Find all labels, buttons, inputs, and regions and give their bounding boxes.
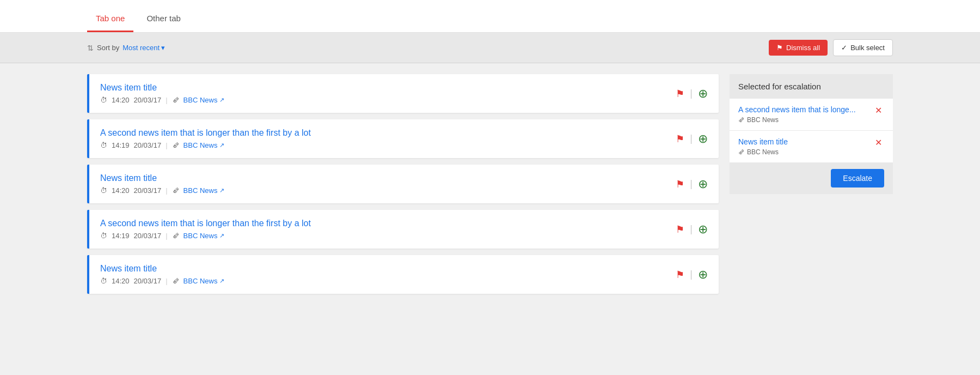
meta-separator-5: | xyxy=(166,277,167,285)
news-card-2-date: 20/03/17 xyxy=(134,141,162,149)
sort-label: Sort by xyxy=(97,44,119,52)
clock-icon: ⏱ xyxy=(100,96,107,104)
news-card-5-actions: ⚑ | ⊕ xyxy=(676,269,708,281)
news-card-4-title[interactable]: A second news item that is longer than t… xyxy=(100,219,676,228)
escalation-item-2-title[interactable]: News item title xyxy=(738,137,873,146)
action-separator-3: | xyxy=(690,178,693,190)
news-card-2-source-name: BBC News xyxy=(183,141,218,149)
bulk-select-button[interactable]: ✓ Bulk select xyxy=(833,39,893,56)
news-card-5-content: News item title ⏱ 14:20 20/03/17 | 🗞 BBC… xyxy=(100,264,676,285)
news-card-3-flag-button[interactable]: ⚑ xyxy=(676,178,684,190)
escalation-item-1: A second news item that is longe... 🗞 BB… xyxy=(730,99,893,130)
news-card-5-title[interactable]: News item title xyxy=(100,264,676,274)
news-card-4-flag-button[interactable]: ⚑ xyxy=(676,223,684,235)
flag-icon: ⚑ xyxy=(776,44,783,52)
meta-separator-2: | xyxy=(166,141,167,149)
news-card-2-meta: ⏱ 14:19 20/03/17 | 🗞 BBC News ↗ xyxy=(100,141,676,149)
external-link-icon-2: ↗ xyxy=(219,142,224,149)
news-card-2: A second news item that is longer than t… xyxy=(87,119,719,158)
meta-separator: | xyxy=(166,96,167,104)
escalation-item-1-source-name: BBC News xyxy=(747,116,779,124)
escalation-items: A second news item that is longe... 🗞 BB… xyxy=(730,99,893,162)
toolbar: ⇅ Sort by Most recent ▾ ⚑ Dismiss all ✓ … xyxy=(0,33,980,63)
news-card-1-flag-button[interactable]: ⚑ xyxy=(676,88,684,100)
escalation-item-1-content: A second news item that is longe... 🗞 BB… xyxy=(738,105,873,124)
escalation-item-2-source-name: BBC News xyxy=(747,148,779,156)
news-card-2-actions: ⚑ | ⊕ xyxy=(676,133,708,145)
escalation-item-1-source: 🗞 BBC News xyxy=(738,116,873,124)
news-card-4: A second news item that is longer than t… xyxy=(87,210,719,249)
news-card-1-meta: ⏱ 14:20 20/03/17 | 🗞 BBC News ↗ xyxy=(100,96,676,104)
news-card-1-source[interactable]: BBC News ↗ xyxy=(183,96,225,104)
news-card-1-time: 14:20 xyxy=(112,96,130,104)
sort-area: ⇅ Sort by Most recent ▾ xyxy=(87,44,165,52)
sort-dropdown[interactable]: Most recent ▾ xyxy=(122,44,165,52)
main-content: News item title ⏱ 14:20 20/03/17 | 🗞 BBC… xyxy=(0,63,980,375)
news-card-5-meta: ⏱ 14:20 20/03/17 | 🗞 BBC News ↗ xyxy=(100,277,676,285)
news-card-3-source[interactable]: BBC News ↗ xyxy=(183,186,225,195)
news-card-3-title[interactable]: News item title xyxy=(100,173,676,183)
action-separator-2: | xyxy=(690,133,693,144)
news-card-4-add-button[interactable]: ⊕ xyxy=(698,223,708,235)
tab-one[interactable]: Tab one xyxy=(87,6,133,32)
sort-value-text: Most recent xyxy=(122,44,160,52)
action-separator: | xyxy=(690,88,693,99)
news-card-4-date: 20/03/17 xyxy=(134,232,162,240)
news-card-4-source-name: BBC News xyxy=(183,232,218,240)
news-card-2-flag-button[interactable]: ⚑ xyxy=(676,133,684,145)
news-card-2-title[interactable]: A second news item that is longer than t… xyxy=(100,128,676,138)
escalation-item-1-title[interactable]: A second news item that is longe... xyxy=(738,105,873,114)
newspaper-icon-2: 🗞 xyxy=(172,141,179,149)
news-card-4-source[interactable]: BBC News ↗ xyxy=(183,232,225,240)
external-link-icon-5: ↗ xyxy=(219,277,224,285)
news-card-5-flag-button[interactable]: ⚑ xyxy=(676,269,684,281)
news-card-3: News item title ⏱ 14:20 20/03/17 | 🗞 BBC… xyxy=(87,165,719,203)
action-separator-5: | xyxy=(690,269,693,280)
tab-other[interactable]: Other tab xyxy=(138,6,189,32)
chevron-down-icon: ▾ xyxy=(161,44,165,52)
news-card-1-title[interactable]: News item title xyxy=(100,83,676,93)
meta-separator-3: | xyxy=(166,186,167,195)
dismiss-all-button[interactable]: ⚑ Dismiss all xyxy=(769,40,828,56)
news-card-3-date: 20/03/17 xyxy=(134,186,162,195)
newspaper-icon-3: 🗞 xyxy=(172,186,179,195)
news-card-5-source[interactable]: BBC News ↗ xyxy=(183,277,225,285)
newspaper-icon-5: 🗞 xyxy=(172,277,179,285)
clock-icon-3: ⏱ xyxy=(100,186,107,195)
news-card-3-actions: ⚑ | ⊕ xyxy=(676,178,708,190)
news-card-5-time: 14:20 xyxy=(112,277,130,285)
action-separator-4: | xyxy=(690,223,693,235)
clock-icon-5: ⏱ xyxy=(100,277,107,285)
news-card-2-add-button[interactable]: ⊕ xyxy=(698,133,708,145)
newspaper-icon-esc-1: 🗞 xyxy=(738,116,745,124)
news-card-1: News item title ⏱ 14:20 20/03/17 | 🗞 BBC… xyxy=(87,74,719,113)
news-card-4-actions: ⚑ | ⊕ xyxy=(676,223,708,235)
newspaper-icon: 🗞 xyxy=(172,96,179,104)
news-card-3-content: News item title ⏱ 14:20 20/03/17 | 🗞 BBC… xyxy=(100,173,676,195)
escalate-button[interactable]: Escalate xyxy=(831,169,884,188)
escalation-item-2-content: News item title 🗞 BBC News xyxy=(738,137,873,156)
news-card-1-source-name: BBC News xyxy=(183,96,218,104)
news-card-2-source[interactable]: BBC News ↗ xyxy=(183,141,225,149)
escalation-item-2-remove-button[interactable]: ✕ xyxy=(873,137,884,148)
news-card-5: News item title ⏱ 14:20 20/03/17 | 🗞 BBC… xyxy=(87,255,719,294)
dismiss-all-label: Dismiss all xyxy=(786,44,820,52)
escalation-item-1-remove-button[interactable]: ✕ xyxy=(873,105,884,116)
news-card-3-add-button[interactable]: ⊕ xyxy=(698,178,708,190)
news-card-5-date: 20/03/17 xyxy=(134,277,162,285)
sort-icon: ⇅ xyxy=(87,44,94,52)
news-card-4-content: A second news item that is longer than t… xyxy=(100,219,676,240)
news-card-2-time: 14:19 xyxy=(112,141,130,149)
tab-bar: Tab one Other tab xyxy=(0,0,980,33)
escalation-item-2: News item title 🗞 BBC News ✕ xyxy=(730,131,893,162)
news-card-5-source-name: BBC News xyxy=(183,277,218,285)
news-card-1-add-button[interactable]: ⊕ xyxy=(698,88,708,100)
page-wrapper: Tab one Other tab ⇅ Sort by Most recent … xyxy=(0,0,980,375)
news-card-4-time: 14:19 xyxy=(112,232,130,240)
external-link-icon-4: ↗ xyxy=(219,232,224,239)
escalation-panel: Selected for escalation A second news it… xyxy=(730,74,893,194)
escalation-header: Selected for escalation xyxy=(730,74,893,99)
check-icon: ✓ xyxy=(841,44,847,52)
news-list: News item title ⏱ 14:20 20/03/17 | 🗞 BBC… xyxy=(87,74,719,364)
news-card-5-add-button[interactable]: ⊕ xyxy=(698,269,708,281)
